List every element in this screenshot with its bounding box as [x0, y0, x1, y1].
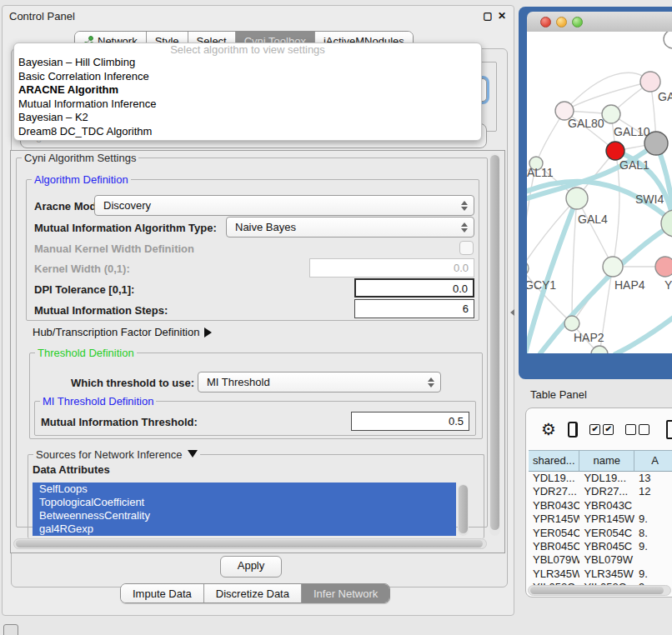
- table-horizontal-scrollbar[interactable]: [528, 585, 671, 596]
- deselect-all-columns-icon[interactable]: [625, 424, 649, 435]
- table-row[interactable]: YPR145WYPR145W9.: [529, 512, 672, 526]
- algorithm-popup-list: Bayesian – Hill ClimbingBasic Correlatio…: [14, 56, 481, 139]
- checked-box-icon: ✔: [589, 424, 600, 435]
- float-window-icon[interactable]: ▢: [482, 10, 494, 22]
- apply-button[interactable]: Apply: [220, 556, 282, 578]
- table-row[interactable]: YDR27...YDR27...12: [529, 485, 672, 498]
- algorithm-option[interactable]: Bayesian – Hill Climbing: [14, 56, 481, 70]
- combo-stepper-icon: [461, 196, 468, 215]
- network-node[interactable]: [527, 261, 529, 276]
- table-cell: YBR043C: [529, 499, 579, 512]
- network-node-label: Y: [664, 278, 672, 292]
- table-cell: YBR043C: [579, 499, 634, 512]
- splitter-collapse-arrow-icon[interactable]: [510, 309, 514, 316]
- table-cell: YBR045C: [579, 540, 634, 553]
- data-attributes-list: SelfLoopsTopologicalCoefficientBetweenne…: [33, 482, 456, 536]
- column-header[interactable]: shared...: [529, 451, 579, 471]
- cyni-algorithm-settings-title: Cyni Algorithm Settings: [22, 152, 138, 164]
- kernel-width-label: Kernel Width (0,1):: [34, 262, 130, 275]
- network-node-label: GAL4: [578, 212, 608, 226]
- table-cell: 9.: [634, 512, 672, 526]
- threshold-definition-title: Threshold Definition: [35, 347, 137, 359]
- sources-toggle[interactable]: Sources for Network Inference: [33, 448, 200, 461]
- table-cell: YER054C: [579, 527, 634, 540]
- data-attribute-item[interactable]: TopologicalCoefficient: [33, 496, 456, 509]
- hub-definition-label: Hub/Transcription Factor Definition: [33, 326, 199, 338]
- minimize-traffic-light[interactable]: [556, 17, 567, 28]
- algorithm-option[interactable]: Mutual Information Inference: [14, 98, 481, 112]
- bottom-tabbar: Impute Data Discretize Data Infer Networ…: [120, 583, 390, 603]
- network-graph: GALGAL80GAL10GAL1GAL11GAL4SWI4GCY1HAP4YH…: [527, 32, 672, 353]
- gear-icon[interactable]: ⚙: [541, 421, 556, 438]
- dpi-tolerance-field[interactable]: 0.0: [354, 278, 474, 298]
- table-row[interactable]: YDL19...YDL19...13: [529, 472, 672, 485]
- column-header[interactable]: name: [579, 451, 634, 471]
- tab-discretize-data[interactable]: Discretize Data: [203, 584, 301, 602]
- network-node[interactable]: [655, 257, 672, 277]
- network-node[interactable]: [564, 316, 579, 331]
- network-node[interactable]: [602, 105, 620, 123]
- triangle-down-icon: [188, 450, 198, 458]
- hub-definition-toggle[interactable]: Hub/Transcription Factor Definition: [33, 326, 212, 338]
- table-row[interactable]: YER054CYER054C8.: [529, 527, 672, 540]
- mi-threshold-field[interactable]: 0.5: [351, 412, 469, 431]
- table-header-row: shared...nameA: [529, 450, 672, 472]
- network-node-label: GAL11: [527, 166, 554, 179]
- attributes-list-scrollbar[interactable]: [458, 484, 469, 536]
- data-attribute-item[interactable]: SelfLoops: [33, 482, 456, 496]
- table-row[interactable]: YBL079WYBL079W: [529, 553, 672, 567]
- select-all-columns-icon[interactable]: ✔ ✔: [589, 424, 614, 435]
- tab-impute-data[interactable]: Impute Data: [121, 584, 203, 602]
- network-node[interactable]: [591, 346, 608, 353]
- algorithm-dropdown-popup: Select algorithm to view settings Bayesi…: [13, 42, 482, 141]
- close-window-icon[interactable]: ✕: [496, 10, 508, 22]
- network-edge-highlighted[interactable]: [615, 317, 672, 353]
- mi-type-combo[interactable]: Naive Bayes: [226, 217, 474, 238]
- node-table: shared...nameA YDL19...YDL19...13YDR27..…: [529, 450, 672, 597]
- algorithm-option[interactable]: Bayesian – K2: [14, 111, 481, 125]
- network-edge[interactable]: [577, 198, 613, 267]
- algorithm-option[interactable]: Dream8 DC_TDC Algorithm: [14, 125, 481, 139]
- table-row[interactable]: YBR043CYBR043C: [529, 499, 672, 512]
- zoom-traffic-light[interactable]: [572, 17, 583, 28]
- close-traffic-light[interactable]: [540, 17, 551, 28]
- aracne-mode-value: Discovery: [103, 199, 151, 212]
- network-edge[interactable]: [572, 198, 577, 323]
- mi-threshold-label: Mutual Information Threshold:: [41, 416, 198, 428]
- algorithm-option[interactable]: ARACNE Algorithm: [14, 83, 481, 98]
- network-node[interactable]: [603, 257, 623, 277]
- settings-vertical-scrollbar[interactable]: [489, 153, 500, 536]
- dpi-tolerance-label: DPI Tolerance [0,1]:: [34, 283, 134, 296]
- network-node[interactable]: [566, 188, 588, 209]
- column-header[interactable]: A: [634, 451, 672, 471]
- tab-infer-network[interactable]: Infer Network: [301, 584, 389, 602]
- network-node[interactable]: [664, 32, 672, 48]
- kernel-width-field[interactable]: 0.0: [309, 258, 474, 278]
- export-table-icon[interactable]: [666, 420, 672, 439]
- network-node[interactable]: [640, 72, 660, 92]
- manual-kernel-checkbox[interactable]: [459, 241, 474, 255]
- columns-icon[interactable]: [568, 422, 578, 438]
- table-cell: YPR145W: [529, 512, 579, 526]
- which-threshold-combo[interactable]: MI Threshold: [198, 372, 441, 392]
- table-cell: YBL079W: [529, 553, 579, 567]
- network-canvas[interactable]: GALGAL80GAL10GAL1GAL11GAL4SWI4GCY1HAP4YH…: [527, 32, 672, 353]
- network-node[interactable]: [606, 142, 624, 160]
- network-window-titlebar[interactable]: [527, 12, 672, 32]
- mi-steps-field[interactable]: 6: [354, 299, 474, 318]
- network-view-window: GALGAL80GAL10GAL1GAL11GAL4SWI4GCY1HAP4YH…: [519, 7, 672, 379]
- minimized-panel-icon[interactable]: [3, 624, 18, 635]
- algorithm-option[interactable]: Basic Correlation Inference: [14, 70, 481, 84]
- settings-horizontal-scrollbar[interactable]: [13, 538, 487, 549]
- network-edge[interactable]: [527, 198, 577, 268]
- table-row[interactable]: YBR045CYBR045C9.: [529, 540, 672, 553]
- tab-infer-network-label: Infer Network: [313, 588, 378, 600]
- data-attribute-item[interactable]: BetweennessCentrality: [33, 509, 456, 522]
- data-attribute-item[interactable]: gal4RGexp: [33, 522, 456, 536]
- table-cell: 9.: [634, 540, 672, 553]
- table-cell: YLR345W: [579, 568, 634, 581]
- aracne-mode-combo[interactable]: Discovery: [94, 195, 474, 216]
- which-threshold-label: Which threshold to use:: [71, 377, 194, 389]
- unchecked-box-icon: [639, 424, 649, 435]
- table-row[interactable]: YLR345WYLR345W9.: [529, 568, 672, 581]
